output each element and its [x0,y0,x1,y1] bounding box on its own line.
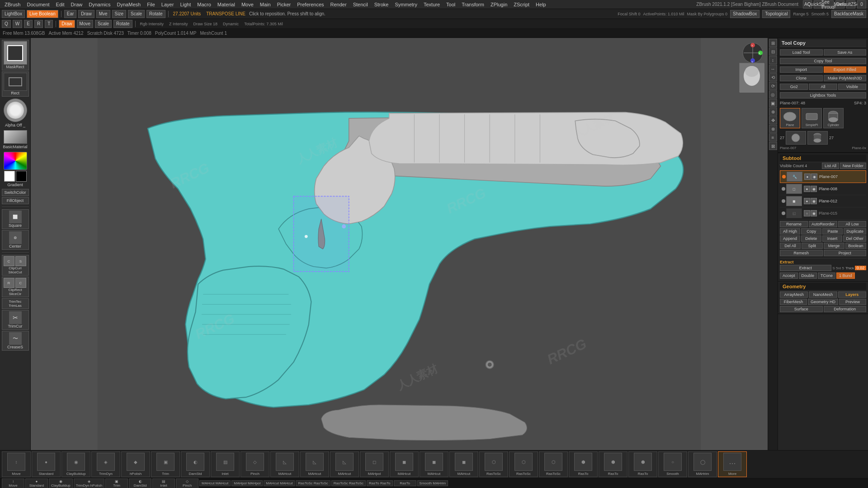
menu-picker[interactable]: Picker [274,1,294,8]
thumb-cylinder[interactable]: Cylinder [823,108,844,128]
mini-btn-11[interactable]: ⊗ [769,125,777,133]
topological-btn[interactable]: Topological [762,10,790,18]
canvas-area[interactable]: RRCG 人人素材 RRCG 人人素材 RRCG 人人素材 RRCG [31,38,768,450]
brush-mahcut4[interactable]: ◼ MAHcut [390,451,419,477]
focal-shift[interactable]: Focal Shift 0 [618,12,640,16]
nav-smooth[interactable]: Smooth MAHrim [417,480,448,486]
nav-move[interactable]: ↕Move [2,479,24,488]
brush-inlet[interactable]: ▤ Inlet [211,451,240,477]
del-all-btn[interactable]: Del All [780,243,801,249]
brush-mahcut5[interactable]: ◼ MAHcut [420,451,448,477]
nav-rastosc1[interactable]: RasToSc RasToSc [296,480,330,486]
dynamic-label[interactable]: Dynamic [221,22,241,26]
nav-pinch[interactable]: ◇Pinch [176,479,198,488]
live-boolean-btn[interactable]: Live Boolean [27,10,58,18]
menu-file[interactable]: File [144,1,158,8]
split-btn[interactable]: Split [802,243,822,249]
extract-btn[interactable]: Extract [780,265,831,271]
mini-btn-7[interactable]: ◎ [769,90,777,99]
mini-btn-5[interactable]: ⟲ [769,73,777,81]
shadowbox-btn[interactable]: ShadowBox [730,10,760,18]
nav-damstd[interactable]: ◐DamStd [129,479,151,488]
import-btn[interactable]: Import [780,66,823,73]
seethrough-btn[interactable]: See through [825,0,834,9]
menu-zscript[interactable]: ZScript [511,1,532,8]
load-tool-btn[interactable]: Load Tool [780,49,823,56]
brush-mahpol[interactable]: ◻ MAHpol [360,451,389,477]
insert-btn[interactable]: Insert [822,235,843,242]
w-btn[interactable]: W [13,20,22,28]
mask-rect-preview[interactable]: MaskRect [2,40,29,70]
t-btn[interactable]: T [45,20,53,28]
new-folder-btn[interactable]: New Folder [840,163,866,169]
boolean-btn[interactable]: Boolean [845,243,866,249]
basic-material-section[interactable]: BasicMaterial [2,129,28,150]
mini-btn-6[interactable]: ⟳ [769,82,777,90]
menu-transform[interactable]: Transform [459,1,487,8]
cylinder-thumb2[interactable] [807,131,828,145]
crease-s-btn[interactable]: 〜 CreaseS [2,331,29,351]
defaultzscript-btn[interactable]: DefaultZScript [846,0,855,9]
mini-btn-3[interactable]: ↕ [769,56,777,64]
move-mode-btn[interactable]: Move [77,20,93,28]
eye-btn-012[interactable]: ● [804,198,810,204]
orientation-gizmo[interactable]: Y Y X [741,42,764,64]
mini-btn-10[interactable]: ✥ [769,116,777,124]
draw-mode-btn[interactable]: Draw [59,20,75,28]
list-all-btn[interactable]: List All [822,163,839,169]
rgb-intensity[interactable]: Rgb Intensity [138,22,166,26]
go2-btn[interactable]: Go2 [780,84,808,90]
lightbox-tools-btn[interactable]: Lightbox Tools [780,92,866,99]
brush-standard[interactable]: ● Standard [32,451,61,477]
nav-inlet[interactable]: ▤Inlet [152,479,175,488]
thick-val[interactable]: 0.02 [855,266,866,270]
nav-standard[interactable]: ●Standard [25,479,48,488]
clone-btn[interactable]: Clone [780,75,823,81]
mini-btn-12[interactable]: ≡ [769,133,777,141]
nav-mahpol[interactable]: MAHpol MAHpol [231,480,263,486]
delete-btn[interactable]: Delete [801,235,821,242]
color-wheel[interactable] [4,152,27,170]
sph-thumb[interactable] [786,131,806,145]
size-btn[interactable]: Size [112,10,126,18]
merge-btn[interactable]: Merge [824,243,844,249]
remesh-btn[interactable]: Remesh [780,250,823,256]
menu-texture[interactable]: Texture [421,1,443,8]
alpha-display[interactable] [4,99,27,122]
all-btn[interactable]: All [809,84,837,90]
fiber-mesh-btn[interactable]: FiberMesh [780,299,807,305]
subtool-plane-015[interactable]: ◱ ○ ◉ Plane-015 [780,207,866,220]
scale-mode-btn[interactable]: Scale [95,20,112,28]
nav-mahcut1[interactable]: MAHcut MAHcut [199,480,231,486]
menu-render[interactable]: Render [328,1,349,8]
draw-size-label[interactable]: Draw Size 18 [192,22,220,26]
geometry-hd-btn[interactable]: Geometry HD [808,299,838,305]
menu-tool[interactable]: Tool [443,1,458,8]
thumb-plane007[interactable]: Plane [780,108,800,128]
bg-color-box[interactable] [16,171,27,182]
append-btn[interactable]: Append [780,235,800,242]
brush-move[interactable]: ↕ Move [2,451,31,477]
menu-symmetry[interactable]: Symmetry [392,1,420,8]
subtool-plane-012[interactable]: ◼ ● ◉ Plane-012 [780,195,866,207]
all-high-btn[interactable]: All High [780,228,800,235]
menu-help[interactable]: Help [533,1,549,8]
make-polymesh-btn[interactable]: Make PolyMesh3D [824,75,867,81]
array-mesh-btn[interactable]: ArrayMesh [780,291,808,298]
fill-object-btn[interactable]: FillObject [2,197,29,204]
eye-btn-008[interactable]: ● [804,186,810,192]
brush-mahrim[interactable]: ◯ MAHrim [688,451,717,477]
mini-btn-4[interactable]: ↔ [769,65,777,73]
double-btn[interactable]: Double [799,272,817,279]
copy-subtool-btn[interactable]: Copy [801,228,821,235]
move-btn2[interactable]: Mve [96,10,110,18]
rect-tool-btn[interactable]: Rect [2,71,29,97]
geometry-header[interactable]: Geometry [780,283,866,291]
mini-btn-8[interactable]: ▣ [769,99,777,107]
visible-btn[interactable]: Visible [838,84,866,90]
thumb-simpleplane[interactable]: SimplePl [802,108,822,128]
brush-damstd[interactable]: ◐ DamStd [181,451,210,477]
backface-mask-btn[interactable]: BackfaceMask [831,10,866,18]
del-other-btn[interactable]: Del Other [843,235,866,242]
deformation-btn[interactable]: Deformation [824,306,867,312]
